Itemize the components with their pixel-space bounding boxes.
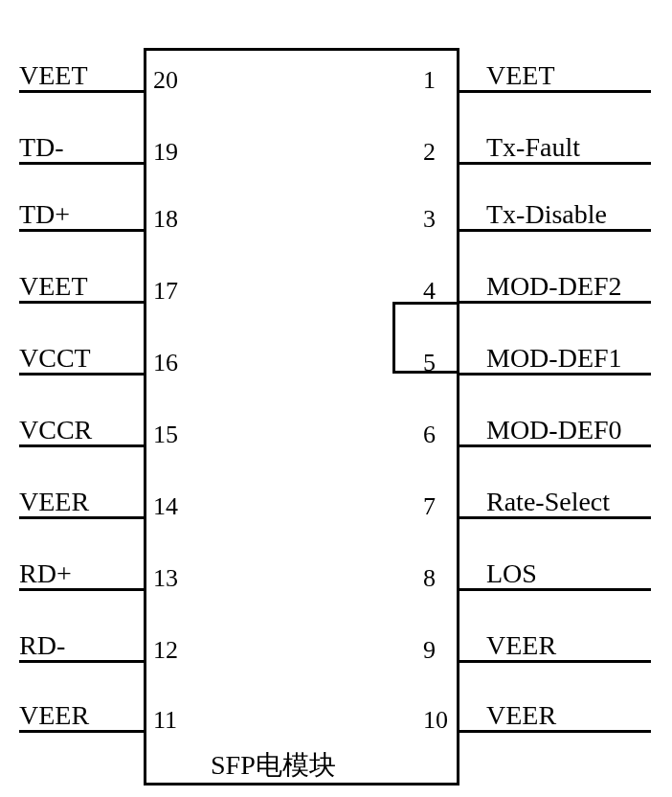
pin-right-6: MOD-DEF0 bbox=[431, 417, 668, 447]
pin-left-18: TD+ bbox=[19, 201, 172, 232]
pin-label: VEER bbox=[19, 702, 89, 729]
module-label: SFP电模块 bbox=[211, 747, 336, 784]
pin-wire bbox=[19, 730, 144, 733]
pin-num: 17 bbox=[153, 277, 178, 306]
pin-label: VEER bbox=[486, 632, 556, 659]
pin-num: 15 bbox=[153, 421, 178, 449]
pin-left-20: VEET bbox=[19, 62, 172, 93]
pin-wire bbox=[459, 660, 651, 663]
pin-wire bbox=[459, 730, 651, 733]
pin-num: 2 bbox=[423, 138, 436, 167]
pin-num: 6 bbox=[423, 421, 436, 449]
pin-left-15: VCCR bbox=[19, 417, 172, 447]
pin-label: LOS bbox=[486, 560, 537, 587]
pin-label: TD+ bbox=[19, 201, 70, 228]
pin-wire bbox=[19, 301, 144, 304]
pin-right-8: LOS bbox=[431, 560, 668, 591]
pin-num: 9 bbox=[423, 636, 436, 665]
pin-wire bbox=[19, 444, 144, 447]
pin-wire bbox=[19, 516, 144, 519]
pin-left-17: VEET bbox=[19, 273, 172, 304]
pin-left-12: RD- bbox=[19, 632, 172, 663]
pin-num: 12 bbox=[153, 636, 178, 665]
pin-right-1: VEET bbox=[431, 62, 668, 93]
pin-wire bbox=[19, 660, 144, 663]
pin-right-5: MOD-DEF1 bbox=[431, 345, 668, 376]
pin-right-4: MOD-DEF2 bbox=[431, 273, 668, 304]
pin-label: RD- bbox=[19, 632, 65, 659]
chip-body bbox=[144, 48, 459, 786]
pin-right-10: VEER bbox=[431, 702, 668, 733]
pin-wire bbox=[459, 229, 651, 232]
pin-num: 11 bbox=[153, 706, 177, 735]
pin-left-19: TD- bbox=[19, 134, 172, 165]
pin-label: TD- bbox=[19, 134, 64, 161]
pin-label: MOD-DEF1 bbox=[486, 345, 622, 372]
pin-left-11: VEER bbox=[19, 702, 172, 733]
pin-bridge-4-5 bbox=[392, 302, 459, 374]
pin-right-3: Tx-Disable bbox=[431, 201, 668, 232]
pin-wire bbox=[459, 373, 651, 376]
pin-left-13: RD+ bbox=[19, 560, 172, 591]
pin-label: Tx-Fault bbox=[486, 134, 580, 161]
pin-wire bbox=[459, 516, 651, 519]
pin-num: 3 bbox=[423, 205, 436, 234]
pin-num: 7 bbox=[423, 492, 436, 521]
pin-num: 8 bbox=[423, 564, 436, 593]
pin-label: VCCR bbox=[19, 417, 92, 444]
pin-wire bbox=[19, 229, 144, 232]
pin-right-7: Rate-Select bbox=[431, 489, 668, 519]
pin-wire bbox=[459, 444, 651, 447]
pin-num: 19 bbox=[153, 138, 178, 167]
pin-right-2: Tx-Fault bbox=[431, 134, 668, 165]
pin-num: 20 bbox=[153, 66, 178, 95]
pin-num: 14 bbox=[153, 492, 178, 521]
pin-right-9: VEER bbox=[431, 632, 668, 663]
pin-label: VEET bbox=[486, 62, 555, 89]
pin-label: VCCT bbox=[19, 345, 91, 372]
pin-wire bbox=[459, 301, 651, 304]
pin-wire bbox=[19, 162, 144, 165]
pin-wire bbox=[459, 588, 651, 591]
pin-wire bbox=[19, 588, 144, 591]
pin-label: VEER bbox=[19, 489, 89, 515]
pin-num: 18 bbox=[153, 205, 178, 234]
pin-num: 13 bbox=[153, 564, 178, 593]
pin-num: 1 bbox=[423, 66, 436, 95]
pin-label: Rate-Select bbox=[486, 489, 610, 515]
pin-label: VEER bbox=[486, 702, 556, 729]
pin-wire bbox=[19, 373, 144, 376]
pin-left-14: VEER bbox=[19, 489, 172, 519]
pin-left-16: VCCT bbox=[19, 345, 172, 376]
pin-label: MOD-DEF2 bbox=[486, 273, 622, 300]
pin-wire bbox=[459, 90, 651, 93]
pin-num: 10 bbox=[423, 706, 448, 735]
pin-wire bbox=[19, 90, 144, 93]
pin-label: RD+ bbox=[19, 560, 72, 587]
pin-label: VEET bbox=[19, 62, 88, 89]
pin-wire bbox=[459, 162, 651, 165]
pin-label: MOD-DEF0 bbox=[486, 417, 622, 444]
pin-num: 16 bbox=[153, 349, 178, 377]
pin-label: Tx-Disable bbox=[486, 201, 607, 228]
pin-label: VEET bbox=[19, 273, 88, 300]
